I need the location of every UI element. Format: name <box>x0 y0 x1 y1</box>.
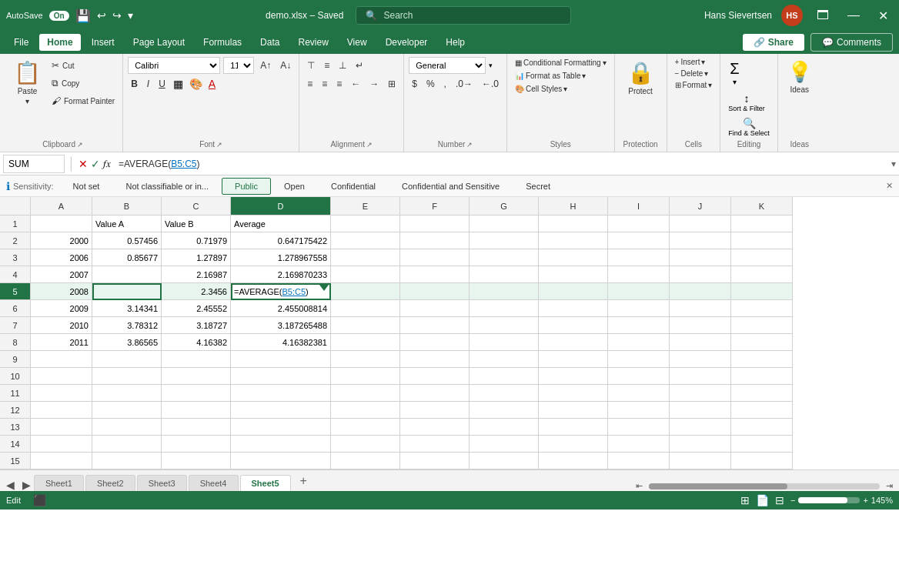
sheet-tab-sheet3[interactable]: Sheet3 <box>137 475 187 491</box>
cell-h13[interactable] <box>539 419 608 436</box>
sensitivity-secret[interactable]: Secret <box>513 178 563 195</box>
sheet-tab-sheet4[interactable]: Sheet4 <box>189 475 239 491</box>
cell-f8[interactable] <box>400 334 470 351</box>
decrease-font-btn[interactable]: A↓ <box>277 57 294 74</box>
cell-e1[interactable] <box>331 215 400 232</box>
cell-f5[interactable] <box>400 283 470 300</box>
cell-b11[interactable] <box>92 385 162 402</box>
cell-d7[interactable]: 3.187265488 <box>231 317 331 334</box>
cell-k2[interactable] <box>731 232 793 249</box>
scroll-tab-right-btn[interactable]: ▶ <box>19 479 34 491</box>
cell-b8[interactable]: 3.86565 <box>92 334 162 351</box>
sensitivity-open[interactable]: Open <box>271 178 318 195</box>
cell-f2[interactable] <box>400 232 470 249</box>
cell-d15[interactable] <box>231 453 331 469</box>
align-left-btn[interactable]: ≡ <box>304 75 316 92</box>
cell-e10[interactable] <box>331 368 400 385</box>
cell-b5[interactable] <box>92 283 162 300</box>
cell-i12[interactable] <box>608 402 670 419</box>
cell-h15[interactable] <box>539 453 608 469</box>
col-header-d[interactable]: D <box>231 197 331 215</box>
underline-button[interactable]: U <box>155 75 169 92</box>
col-header-c[interactable]: C <box>162 197 231 215</box>
cell-j1[interactable] <box>670 215 731 232</box>
cell-g12[interactable] <box>470 402 539 419</box>
cell-c5[interactable]: 2.3456 <box>162 283 231 300</box>
cell-b4[interactable] <box>92 266 162 283</box>
cell-d8[interactable]: 4.16382381 <box>231 334 331 351</box>
font-family-select[interactable]: Calibri <box>128 57 220 74</box>
paste-dropdown-icon[interactable]: ▾ <box>25 97 29 105</box>
cell-e3[interactable] <box>331 249 400 266</box>
cell-g14[interactable] <box>470 436 539 453</box>
merge-btn[interactable]: ⊞ <box>385 75 399 92</box>
cell-h3[interactable] <box>539 249 608 266</box>
redo-icon[interactable]: ↪ <box>112 9 122 22</box>
format-painter-button[interactable]: 🖌 Format Painter <box>48 92 118 109</box>
cell-c13[interactable] <box>162 419 231 436</box>
cell-j6[interactable] <box>670 300 731 317</box>
percent-btn[interactable]: % <box>423 75 438 92</box>
row-num-6[interactable]: 6 <box>0 300 31 317</box>
scroll-tab-left-btn[interactable]: ◀ <box>3 479 18 491</box>
border-icon[interactable]: ▦ <box>172 76 185 92</box>
cell-k3[interactable] <box>731 249 793 266</box>
cell-styles-btn[interactable]: 🎨 Cell Styles ▾ <box>512 83 570 95</box>
cell-j5[interactable] <box>670 283 731 300</box>
number-format-select[interactable]: General <box>409 57 486 74</box>
protect-button[interactable]: 🔒 Protect <box>620 57 662 99</box>
cell-g7[interactable] <box>470 317 539 334</box>
insert-cells-btn[interactable]: + Insert ▾ <box>672 57 709 67</box>
menu-developer[interactable]: Developer <box>378 34 436 51</box>
cell-g2[interactable] <box>470 232 539 249</box>
cell-j11[interactable] <box>670 385 731 402</box>
add-sheet-btn[interactable]: + <box>292 471 315 491</box>
comma-btn[interactable]: , <box>441 75 450 92</box>
cell-c4[interactable]: 2.16987 <box>162 266 231 283</box>
cell-e4[interactable] <box>331 266 400 283</box>
sensitivity-not-set[interactable]: Not set <box>60 178 113 195</box>
cell-e6[interactable] <box>331 300 400 317</box>
cell-c11[interactable] <box>162 385 231 402</box>
cell-b1[interactable]: Value A <box>92 215 162 232</box>
zoom-out-btn[interactable]: − <box>790 496 795 505</box>
cell-j10[interactable] <box>670 368 731 385</box>
cell-a11[interactable] <box>31 385 92 402</box>
cell-j2[interactable] <box>670 232 731 249</box>
cell-h10[interactable] <box>539 368 608 385</box>
menu-help[interactable]: Help <box>438 34 473 51</box>
window-minimize-btn[interactable]: — <box>843 7 864 24</box>
share-button[interactable]: 🔗 Share <box>743 34 804 51</box>
row-num-12[interactable]: 12 <box>0 402 31 419</box>
cell-j15[interactable] <box>670 453 731 469</box>
cell-h4[interactable] <box>539 266 608 283</box>
cell-i13[interactable] <box>608 419 670 436</box>
cell-a13[interactable] <box>31 419 92 436</box>
sheet-tab-sheet1[interactable]: Sheet1 <box>34 475 84 491</box>
cell-k7[interactable] <box>731 317 793 334</box>
cell-e5[interactable] <box>331 283 400 300</box>
cell-a7[interactable]: 2010 <box>31 317 92 334</box>
page-break-icon[interactable]: ⊟ <box>775 494 784 506</box>
increase-font-btn[interactable]: A↑ <box>257 57 274 74</box>
page-layout-icon[interactable]: 📄 <box>756 494 769 506</box>
cell-c1[interactable]: Value B <box>162 215 231 232</box>
cell-e2[interactable] <box>331 232 400 249</box>
window-close-btn[interactable]: ✕ <box>874 7 893 25</box>
menu-view[interactable]: View <box>339 34 375 51</box>
col-header-h[interactable]: H <box>539 197 608 215</box>
col-header-a[interactable]: A <box>31 197 92 215</box>
cell-b2[interactable]: 0.57456 <box>92 232 162 249</box>
row-num-7[interactable]: 7 <box>0 317 31 334</box>
cell-i1[interactable] <box>608 215 670 232</box>
menu-file[interactable]: File <box>6 34 36 51</box>
cell-a15[interactable] <box>31 453 92 469</box>
cell-c8[interactable]: 4.16382 <box>162 334 231 351</box>
cell-g5[interactable] <box>470 283 539 300</box>
cell-g8[interactable] <box>470 334 539 351</box>
normal-view-icon[interactable]: ⊞ <box>740 494 750 506</box>
cell-j13[interactable] <box>670 419 731 436</box>
cell-j7[interactable] <box>670 317 731 334</box>
menu-insert[interactable]: Insert <box>84 34 122 51</box>
cell-d5[interactable]: =AVERAGE(B5:C5) AVERAGE(number1, [number… <box>231 283 331 300</box>
